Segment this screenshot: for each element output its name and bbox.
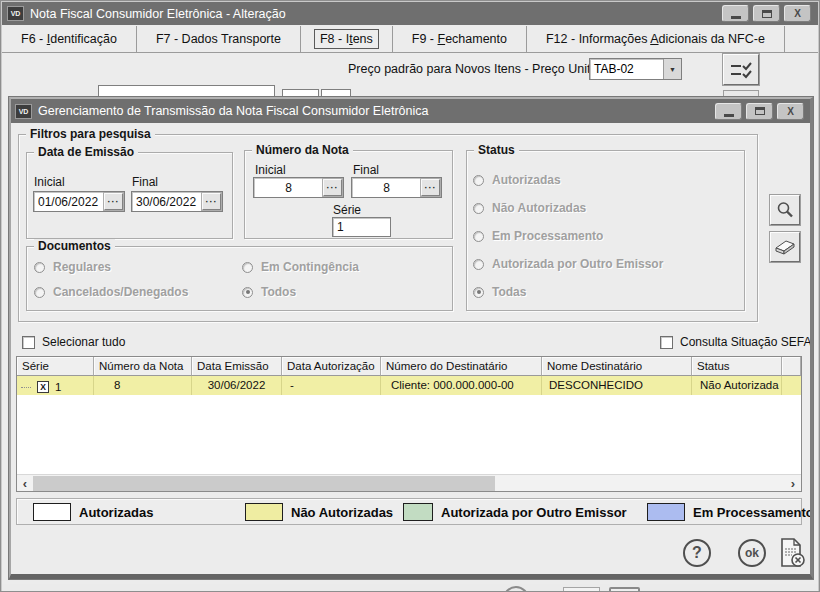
cancel-document-icon	[778, 538, 806, 568]
radio-label: Regulares	[53, 260, 111, 274]
cell-numero-destinatario: Cliente: 000.000.000-00	[381, 376, 542, 395]
tab-f6-identificacao[interactable]: F6 - Identificação	[2, 26, 137, 52]
partial-button[interactable]	[723, 90, 759, 97]
tab-label: F6 - Identificação	[15, 29, 123, 49]
partial-input[interactable]	[321, 89, 351, 97]
price-table-select[interactable]: TAB-02 ▼	[589, 58, 682, 80]
select-all-checkbox[interactable]	[22, 336, 35, 349]
scrollbar-thumb[interactable]	[33, 476, 495, 491]
radio-autorizadas[interactable]	[473, 175, 484, 186]
note-initial-field[interactable]: 8 ···	[253, 177, 344, 198]
legend-label: Não Autorizadas	[291, 505, 393, 520]
partial-folder-icon[interactable]	[609, 587, 640, 592]
note-initial-picker-button[interactable]: ···	[323, 179, 342, 196]
documents-caption: Documentos	[34, 239, 115, 253]
cell-filler	[782, 376, 801, 395]
cancel-document-button[interactable]	[777, 538, 807, 568]
chevron-down-icon[interactable]: ▼	[663, 59, 681, 79]
note-number-group: Número da Nota Inicial Final 8 ··· 8 ···…	[244, 150, 453, 239]
ok-icon: ok	[738, 539, 766, 567]
serie-field[interactable]: 1	[332, 217, 391, 237]
radio-label: Não Autorizadas	[492, 201, 586, 215]
emission-final-label: Final	[132, 175, 158, 189]
tab-label: F12 - Informações Adicionais da NFC-e	[540, 29, 771, 49]
checklist-icon	[729, 60, 753, 80]
radio-regulares[interactable]	[34, 262, 45, 273]
minimize-button[interactable]	[722, 5, 749, 22]
help-button[interactable]: ?	[682, 538, 712, 568]
clear-button[interactable]	[770, 232, 800, 262]
column-header-serie: Série	[17, 357, 94, 376]
partial-button[interactable]	[563, 587, 600, 592]
radio-label: Autorizada por Outro Emissor	[492, 257, 663, 271]
close-button[interactable]: X	[784, 5, 811, 22]
column-header-filler	[782, 357, 801, 376]
row-checkbox[interactable]: X	[37, 381, 49, 393]
legend-label: Autorizada por Outro Emissor	[441, 505, 627, 520]
tab-f8-itens[interactable]: F8 - Itens	[301, 26, 393, 52]
radio-em-processamento[interactable]	[473, 231, 484, 242]
emission-final-field[interactable]: 30/06/2022 ···	[131, 191, 223, 212]
tree-expand-icon	[21, 387, 31, 388]
emission-final-picker-button[interactable]: ···	[202, 193, 221, 210]
note-final-picker-button[interactable]: ···	[421, 179, 440, 196]
scroll-left-icon[interactable]: ‹	[17, 475, 33, 492]
dialog-close-button[interactable]: X	[777, 103, 804, 120]
sefaz-checkbox[interactable]	[660, 336, 673, 349]
checklist-button[interactable]	[723, 54, 759, 85]
legend-swatch-nao-autorizadas	[245, 503, 283, 521]
dialog-maximize-button[interactable]	[746, 103, 773, 120]
radio-label: Autorizadas	[492, 173, 561, 187]
serie-label: Série	[333, 203, 361, 217]
cell-data-autorizacao: -	[282, 376, 381, 395]
column-header-nome-destinatario: Nome Destinatário	[542, 357, 692, 376]
column-header-numero-nota: Número da Nota	[94, 357, 192, 376]
partial-input[interactable]	[98, 85, 275, 97]
search-icon	[775, 200, 795, 220]
emission-initial-label: Inicial	[34, 175, 65, 189]
dialog-title: Gerenciamento de Transmissão da Nota Fis…	[38, 104, 709, 118]
main-titlebar[interactable]: VD Nota Fiscal Consumidor Eletrônica - A…	[2, 2, 818, 25]
emission-initial-field[interactable]: 01/06/2022 ···	[33, 191, 125, 212]
ok-button[interactable]: ok	[737, 538, 767, 568]
scroll-right-icon[interactable]: ›	[785, 475, 801, 492]
emission-initial-picker-button[interactable]: ···	[104, 193, 123, 210]
tab-label: F8 - Itens	[314, 29, 379, 49]
tab-f12-informacoes-adicionais[interactable]: F12 - Informações Adicionais da NFC-e	[527, 26, 785, 52]
search-button[interactable]	[770, 195, 800, 225]
status-group: Status Autorizadas Não Autorizadas Em Pr…	[466, 150, 745, 311]
filters-group-caption: Filtros para pesquisa	[26, 127, 155, 141]
maximize-button[interactable]	[753, 5, 780, 22]
cell-data-emissao: 30/06/2022	[192, 376, 282, 395]
radio-cancelados-denegados[interactable]	[34, 287, 45, 298]
tab-f7-dados-transporte[interactable]: F7 - Dados Transporte	[137, 26, 301, 52]
horizontal-scrollbar[interactable]: ‹ ›	[17, 474, 801, 491]
main-window-title: Nota Fiscal Consumidor Eletrônica - Alte…	[30, 7, 716, 21]
partial-input[interactable]	[282, 89, 319, 97]
radio-nao-autorizadas[interactable]	[473, 203, 484, 214]
note-initial-value: 8	[254, 181, 323, 195]
maximize-icon	[762, 10, 772, 18]
radio-label: Todos	[261, 285, 296, 299]
documents-group: Documentos Regulares Em Contingência Can…	[26, 246, 453, 311]
radio-label: Todas	[492, 285, 526, 299]
radio-todas[interactable]	[473, 287, 484, 298]
notes-table: Série Número da Nota Data Emissão Data A…	[16, 356, 802, 492]
radio-em-contingencia[interactable]	[242, 262, 253, 273]
table-row[interactable]: X 1 8 30/06/2022 - Cliente: 000.000.000-…	[17, 376, 801, 395]
cell-numero-nota: 8	[94, 376, 192, 395]
partial-help-icon[interactable]	[503, 586, 529, 592]
note-initial-label: Inicial	[255, 163, 286, 177]
serie-value: 1	[333, 220, 390, 234]
column-header-data-autorizacao: Data Autorização	[282, 357, 381, 376]
serie-cell-value: 1	[55, 381, 61, 393]
dialog-minimize-button[interactable]	[715, 103, 742, 120]
dialog-titlebar[interactable]: VD Gerenciamento de Transmissão da Nota …	[11, 99, 810, 123]
emission-initial-value: 01/06/2022	[34, 195, 104, 209]
radio-autorizada-outro-emissor[interactable]	[473, 259, 484, 270]
legend-label: Autorizadas	[79, 505, 153, 520]
note-final-field[interactable]: 8 ···	[351, 177, 442, 198]
radio-todos[interactable]	[242, 287, 253, 298]
tab-f9-fechamento[interactable]: F9 - Fechamento	[393, 26, 527, 52]
emission-date-caption: Data de Emissão	[34, 145, 138, 159]
